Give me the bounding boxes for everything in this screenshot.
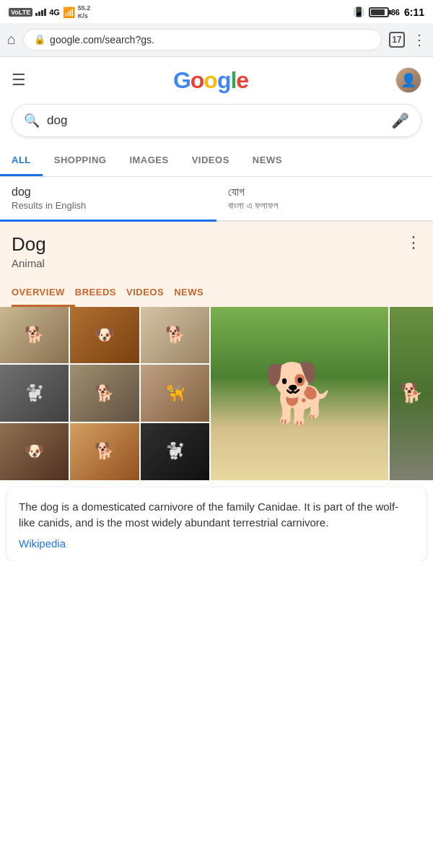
status-right: 📳 86 6:11: [353, 6, 424, 18]
dog-face-7: 🐶: [0, 423, 69, 480]
main-puppy-silhouette: 🐕: [211, 307, 388, 480]
image-side[interactable]: 🐕: [390, 307, 433, 480]
bar4: [44, 9, 46, 16]
bar3: [41, 10, 43, 16]
tab-news[interactable]: NEWS: [241, 146, 294, 176]
logo-G: G: [173, 67, 191, 93]
dog-face-1: 🐕: [0, 307, 69, 364]
logo-g2: g: [217, 67, 231, 93]
bar1: [35, 13, 38, 16]
mic-icon[interactable]: 🎤: [391, 112, 409, 129]
dog-image-8[interactable]: 🐕: [70, 423, 139, 480]
kp-tab-news[interactable]: NEWS: [174, 279, 214, 307]
kp-tabs: OVERVIEW BREEDS VIDEOS NEWS: [12, 279, 421, 307]
kp-title: Dog: [12, 233, 46, 256]
lock-icon: 🔒: [34, 34, 45, 45]
dog-image-4[interactable]: 🐩: [0, 365, 69, 422]
image-grid: 🐕 🐶 🐕 🐩 🐕 🦮 🐶 🐕 🐩: [0, 307, 209, 480]
dog-image-7[interactable]: 🐶: [0, 423, 69, 480]
avatar[interactable]: 👤: [395, 67, 421, 93]
dog-image-5[interactable]: 🐕: [70, 365, 139, 422]
search-box[interactable]: 🔍 dog 🎤: [12, 104, 421, 137]
search-icon: 🔍: [24, 113, 40, 129]
knowledge-panel: Dog Animal ⋮ OVERVIEW BREEDS VIDEOS NEWS: [0, 222, 433, 307]
avatar-image: 👤: [396, 68, 421, 92]
dog-face-4: 🐩: [0, 365, 69, 422]
tab-shopping[interactable]: SHOPPING: [43, 146, 118, 176]
dog-face-2: 🐶: [70, 307, 139, 364]
tab-all[interactable]: ALL: [0, 146, 43, 176]
kp-tab-breeds[interactable]: BREEDS: [75, 279, 126, 307]
lang-english-main: dog: [12, 186, 205, 199]
more-options-icon[interactable]: ⋮: [412, 31, 426, 48]
google-logo: Google: [173, 67, 248, 94]
search-tabs: ALL SHOPPING IMAGES VIDEOS NEWS: [0, 146, 433, 177]
language-selector-row: dog Results in English যোগ বাংলা এ ফলাফল: [0, 177, 433, 222]
bluetooth-icon: 📳: [353, 6, 364, 17]
dog-face-6: 🦮: [141, 365, 209, 422]
kp-more-icon[interactable]: ⋮: [406, 233, 421, 252]
battery-container: 86: [369, 7, 400, 17]
wikipedia-card: The dog is a domesticated carnivore of t…: [7, 487, 426, 561]
time-display: 6:11: [404, 6, 424, 18]
wikipedia-link[interactable]: Wikipedia: [19, 537, 414, 550]
lang-bengali-main: যোগ: [228, 186, 421, 199]
speed-display: 55.2 K/s: [78, 4, 91, 20]
wifi-icon: 📶: [63, 6, 75, 18]
dog-face-8: 🐕: [70, 423, 139, 480]
lang-option-english[interactable]: dog Results in English: [0, 177, 216, 222]
dog-image-3[interactable]: 🐕: [141, 307, 209, 364]
image-main-puppy[interactable]: 🐕: [211, 307, 388, 480]
dog-image-6[interactable]: 🦮: [141, 365, 209, 422]
logo-e: e: [236, 67, 248, 93]
logo-o1: o: [191, 67, 204, 93]
hamburger-menu[interactable]: ☰: [12, 71, 26, 90]
dog-face-3: 🐕: [141, 307, 209, 364]
wiki-text: The dog is a domesticated carnivore of t…: [19, 499, 414, 531]
status-left: VoLTE 4G 📶 55.2 K/s: [9, 4, 90, 20]
image-section: 🐕 🐶 🐕 🐩 🐕 🦮 🐶 🐕 🐩 🐕 🐕: [0, 307, 433, 480]
tab-videos[interactable]: VIDEOS: [180, 146, 241, 176]
lang-option-bengali[interactable]: যোগ বাংলা এ ফলাফল: [216, 177, 433, 220]
dog-image-2[interactable]: 🐶: [70, 307, 139, 364]
tab-images[interactable]: IMAGES: [118, 146, 180, 176]
google-header: ☰ Google 👤: [0, 57, 433, 104]
lang-english-sub: Results in English: [12, 200, 205, 211]
bar2: [38, 12, 40, 16]
search-box-wrap: 🔍 dog 🎤: [0, 104, 433, 146]
url-text: google.com/search?gs.: [50, 34, 154, 45]
battery-fill: [371, 9, 385, 15]
dog-face-9: 🐩: [141, 423, 209, 480]
kp-header: Dog Animal ⋮: [12, 233, 421, 269]
logo-o2: o: [204, 67, 217, 93]
volte-badge: VoLTE: [9, 8, 32, 17]
lang-bengali-sub: বাংলা এ ফলাফল: [228, 200, 421, 212]
kp-tab-overview[interactable]: OVERVIEW: [12, 279, 75, 307]
kp-subtitle: Animal: [12, 257, 46, 269]
status-bar: VoLTE 4G 📶 55.2 K/s 📳 86 6:11: [0, 0, 433, 23]
tab-count[interactable]: 17: [389, 32, 405, 48]
battery-box: [369, 7, 389, 17]
search-query-text[interactable]: dog: [47, 113, 384, 128]
url-bar[interactable]: 🔒 google.com/search?gs.: [23, 29, 382, 51]
kp-title-block: Dog Animal: [12, 233, 46, 269]
signal-bars: [35, 9, 46, 16]
browser-bar: ⌂ 🔒 google.com/search?gs. 17 ⋮: [0, 23, 433, 57]
side-dog-icon: 🐕: [390, 307, 433, 480]
kp-tab-videos[interactable]: VIDEOS: [126, 279, 174, 307]
battery-percent: 86: [391, 8, 400, 17]
home-button[interactable]: ⌂: [7, 31, 16, 48]
signal-type: 4G: [49, 8, 60, 17]
dog-face-5: 🐕: [70, 365, 139, 422]
dog-image-1[interactable]: 🐕: [0, 307, 69, 364]
dog-image-9[interactable]: 🐩: [141, 423, 209, 480]
